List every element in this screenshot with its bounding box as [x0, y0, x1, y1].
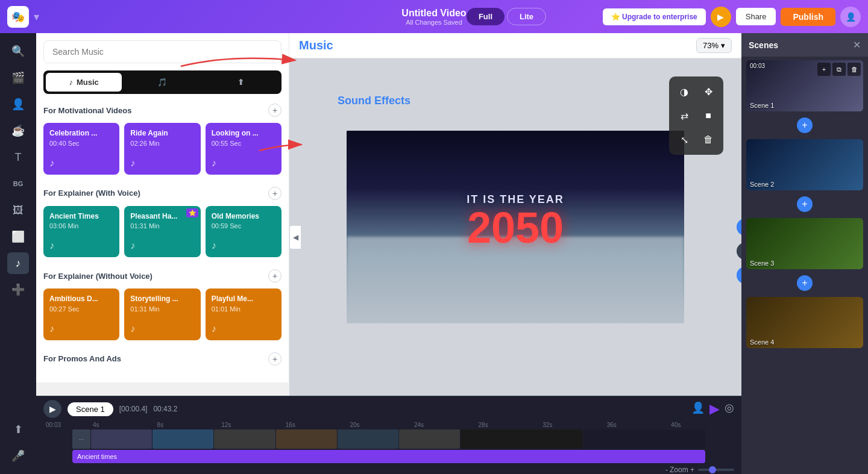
timeline-total-time: 00:43.2	[153, 405, 177, 413]
music-card-ancient[interactable]: Ancient Times 03:06 Min ♪	[43, 206, 119, 258]
music-card-pleasant[interactable]: Pleasant Ha... 01:31 Min ♪ ⭐	[124, 206, 200, 258]
scene-item-4[interactable]: Scene 4	[746, 297, 863, 348]
sidebar-item-text[interactable]: T	[7, 146, 29, 168]
search-music-input[interactable]	[43, 40, 281, 63]
add-scene-btn-1[interactable]: +	[797, 117, 813, 133]
zoom-control[interactable]: 73% ▾	[696, 38, 732, 53]
music-card-celebration[interactable]: Celebration ... 00:40 Sec ♪	[43, 123, 119, 175]
upgrade-button[interactable]: ⭐ Upgrade to enterprise	[603, 8, 706, 25]
music-card-looking-on[interactable]: Looking on ... 00:55 Sec ♪	[206, 123, 281, 175]
music-tabs: ♪ Music 🎵 ⬆	[43, 70, 281, 94]
frame-block-1	[91, 429, 152, 449]
explainer-voice-add-button[interactable]: +	[268, 187, 281, 200]
chevron-down-icon[interactable]: ▾	[34, 10, 39, 23]
frame-block-6	[399, 429, 460, 449]
ft-color-button[interactable]: ■	[698, 105, 719, 126]
ruler-8s: 8s	[156, 422, 221, 428]
sidebar-item-add[interactable]: ➕	[7, 279, 29, 301]
explainer-novoice-add-button[interactable]: +	[268, 269, 281, 282]
tab-upload[interactable]: ⬆	[203, 73, 279, 92]
timeline-play-button[interactable]: ▶	[43, 400, 61, 418]
music-card-playful[interactable]: Playful Me... 01:01 Min ♪	[206, 288, 281, 340]
sidebar-item-people[interactable]: 👤	[7, 93, 29, 115]
sidebar-item-search[interactable]: 🔍	[7, 40, 29, 62]
timeline-scene-name[interactable]: Scene 1	[68, 402, 113, 416]
zoom-row: - Zoom +	[36, 464, 741, 474]
motivational-title: For Motivational Videos	[43, 106, 131, 115]
canvas-viewport[interactable]: IT IS THE YEAR 2050 ◑ ✥ ⇄ ■ ⤡ 🗑 + 🗑 + So…	[289, 58, 741, 396]
add-scene-btn-3[interactable]: +	[797, 275, 813, 291]
motivational-add-button[interactable]: +	[268, 104, 281, 117]
lite-mode-button[interactable]: Lite	[507, 8, 546, 25]
scene-1-duration: 00:03	[750, 63, 765, 69]
audio-track[interactable]: Ancient times	[72, 450, 705, 463]
scene-1-copy-button[interactable]: ⧉	[832, 63, 846, 76]
explainer-voice-title: For Explainer (With Voice)	[43, 189, 140, 198]
ft-swap-button[interactable]: ⇄	[674, 105, 694, 126]
video-icon[interactable]: ▶	[709, 401, 720, 417]
sidebar-item-music[interactable]: ♪	[7, 252, 29, 274]
ruler-32s: 32s	[541, 422, 606, 428]
camera-icon[interactable]: ◎	[725, 401, 734, 417]
add-between-3-4: +	[741, 273, 868, 293]
full-mode-button[interactable]: Full	[467, 8, 505, 25]
timeline-ruler: 00:03 4s 8s 12s 16s 20s 24s 28s 32s 36s …	[36, 422, 741, 428]
frame-controls: ···	[72, 429, 90, 449]
zoom-slider[interactable]	[698, 469, 734, 471]
scene-4-label: Scene 4	[750, 338, 774, 346]
scene-1-delete-button[interactable]: 🗑	[848, 63, 861, 76]
video-title[interactable]: Untitled Video	[401, 8, 466, 19]
promos-header: For Promos And Ads +	[43, 352, 281, 366]
ruler-20s: 20s	[348, 422, 413, 428]
scene-3-label: Scene 3	[750, 260, 774, 267]
user-avatar[interactable]: 👤	[840, 7, 861, 27]
music-note-icon-3: ♪	[212, 158, 216, 168]
sidebar-item-media[interactable]: 🎬	[7, 67, 29, 89]
scene-1-add-button[interactable]: +	[817, 63, 831, 76]
music-section-label: Music	[299, 39, 333, 52]
share-button[interactable]: Share	[736, 8, 776, 25]
tab-music[interactable]: ♪ Music	[46, 73, 122, 92]
music-note-icon-8: ♪	[130, 323, 135, 334]
ft-move-button[interactable]: ✥	[698, 81, 719, 102]
music-note-icon-7: ♪	[49, 323, 54, 334]
timeline-controls: ▶ Scene 1 [00:00.4] 00:43.2 👤 ▶ ◎	[36, 396, 741, 422]
ft-style-button[interactable]: ◑	[674, 81, 694, 102]
scene-item-3[interactable]: Scene 3	[746, 218, 863, 269]
add-between-2-3: +	[741, 194, 868, 214]
preview-play-button[interactable]: ▶	[711, 7, 731, 27]
sidebar-item-layout[interactable]: ⬜	[7, 226, 29, 248]
sidebar-item-bg[interactable]: BG	[7, 173, 29, 195]
scenes-close-button[interactable]: ✕	[853, 39, 861, 51]
person-icon[interactable]: 👤	[691, 401, 705, 417]
sidebar-item-upload[interactable]: ⬆	[7, 419, 29, 440]
ruler-16s: 16s	[285, 422, 349, 428]
scene-item-2[interactable]: Scene 2	[746, 139, 863, 190]
ft-delete-button[interactable]: 🗑	[698, 129, 719, 150]
motivational-section-header: For Motivational Videos +	[43, 104, 281, 117]
sidebar-item-mic[interactable]: 🎤	[7, 445, 29, 467]
panel-collapse-button[interactable]: ◀	[289, 225, 301, 249]
ft-resize-button[interactable]: ⤡	[674, 129, 694, 150]
tab-effects[interactable]: 🎵	[124, 73, 200, 92]
music-panel: ♪ Music 🎵 ⬆ For Motivational Videos + Ce…	[36, 33, 289, 382]
add-scene-btn-2[interactable]: +	[797, 196, 813, 212]
explainer-novoice-title: For Explainer (Without Voice)	[43, 272, 153, 281]
publish-button[interactable]: Publish	[781, 8, 835, 26]
header-actions: ⭐ Upgrade to enterprise ▶ Share Publish …	[603, 7, 861, 27]
music-card-old-memories[interactable]: Old Memories 00:59 Sec ♪	[206, 206, 281, 258]
music-card-ride-again[interactable]: Ride Again 02:26 Min ♪	[124, 123, 200, 175]
ruler-4s: 4s	[92, 422, 156, 428]
left-sidebar: 🔍 🎬 👤 ☕ T BG 🖼 ⬜ ♪ ➕ ⬆ 🎤	[0, 33, 36, 474]
frame-track: ···	[72, 429, 705, 449]
music-card-storytelling[interactable]: Storytelling ... 01:31 Min ♪	[124, 288, 200, 340]
sidebar-item-coffee[interactable]: ☕	[7, 120, 29, 142]
frame-block-3	[214, 429, 275, 449]
sidebar-item-image[interactable]: 🖼	[7, 199, 29, 221]
music-card-ambitious[interactable]: Ambitious D... 00:27 Sec ♪	[43, 288, 119, 340]
logo-icon[interactable]: 🎭	[7, 6, 29, 28]
scene-item-1[interactable]: 00:03 Scene 1 + ⧉ 🗑	[746, 60, 863, 111]
timeline-icons: 👤 ▶ ◎	[691, 401, 734, 417]
video-frame: IT IS THE YEAR 2050	[347, 131, 684, 323]
promos-add-button[interactable]: +	[268, 352, 281, 366]
